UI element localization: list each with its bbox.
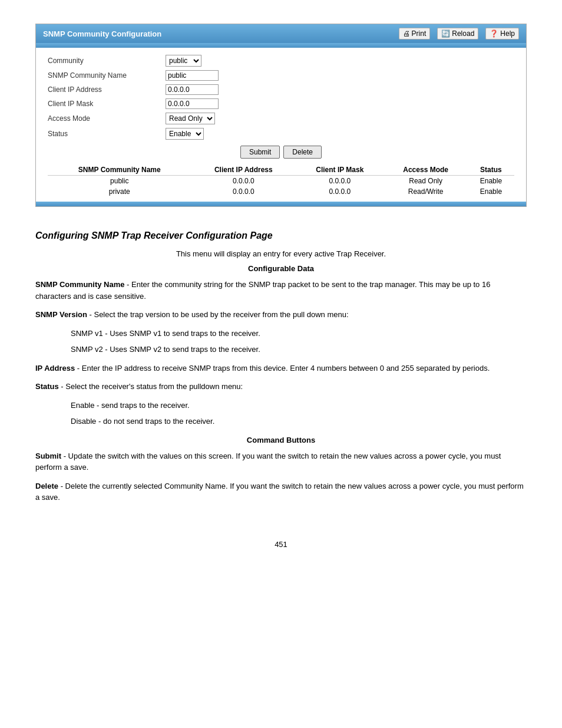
col-client-mask: Client IP Mask xyxy=(296,164,384,176)
status-rest: - Select the receiver's status from the … xyxy=(59,382,243,391)
panel-body: Community public private SNMP Community … xyxy=(36,43,526,206)
print-button[interactable]: 🖨 Print xyxy=(399,28,431,39)
submit-button[interactable]: Submit xyxy=(240,146,280,159)
command-section: Command Buttons Submit - Update the swit… xyxy=(35,436,527,503)
status-select[interactable]: Enable Disable xyxy=(166,128,204,140)
status-para: Status - Select the receiver's status fr… xyxy=(35,381,527,393)
snmp-name-para: SNMP Community Name - Enter the communit… xyxy=(35,279,527,302)
client-mask-input[interactable] xyxy=(166,98,219,109)
submit-bold: Submit xyxy=(35,452,61,460)
access-mode-select[interactable]: Read Only Read/Write xyxy=(166,113,215,124)
reload-button[interactable]: 🔄 Reload xyxy=(437,28,478,39)
client-mask-row: Client IP Mask xyxy=(48,98,514,109)
snmp-v1-text: SNMP v1 - Uses SNMP v1 to send traps to … xyxy=(71,328,527,340)
enable-text: Enable - send traps to the receiver. xyxy=(71,400,527,411)
intro-text: This menu will display an entry for ever… xyxy=(35,249,527,258)
client-ip-input[interactable] xyxy=(166,84,219,95)
table-cell: 0.0.0.0 xyxy=(191,176,296,187)
col-status: Status xyxy=(468,164,514,176)
snmp-config-panel: SNMP Community Configuration 🖨 Print 🔄 R… xyxy=(35,24,527,207)
section-heading: Configuring SNMP Trap Receiver Configura… xyxy=(35,230,527,241)
client-mask-label: Client IP Mask xyxy=(48,100,166,108)
snmp-name-input[interactable] xyxy=(166,70,219,81)
table-cell: Enable xyxy=(468,186,514,197)
delete-rest: - Delete the currently selected Communit… xyxy=(35,482,524,502)
configurable-data-heading: Configurable Data xyxy=(35,264,527,273)
page-number: 451 xyxy=(35,540,527,549)
community-label: Community xyxy=(48,57,166,65)
ip-address-rest: - Enter the IP address to receive SNMP t… xyxy=(75,364,490,373)
table-cell: private xyxy=(48,186,191,197)
snmp-name-bold: SNMP Community Name xyxy=(35,280,124,289)
table-cell: public xyxy=(48,176,191,187)
table-cell: 0.0.0.0 xyxy=(296,186,384,197)
col-access-mode: Access Mode xyxy=(384,164,468,176)
table-cell: 0.0.0.0 xyxy=(191,186,296,197)
disable-text: Disable - do not send traps to the recei… xyxy=(71,416,527,427)
printer-icon: 🖨 xyxy=(403,29,410,38)
client-ip-row: Client IP Address xyxy=(48,84,514,95)
snmp-version-para: SNMP Version - Select the trap version t… xyxy=(35,309,527,321)
snmp-name-row: SNMP Community Name xyxy=(48,70,514,81)
button-row: Submit Delete xyxy=(48,146,514,159)
help-button[interactable]: ❓ Help xyxy=(485,28,519,39)
panel-footer xyxy=(36,202,526,206)
status-label: Status xyxy=(48,130,166,138)
table-row: private0.0.0.00.0.0.0Read/WriteEnable xyxy=(48,186,514,197)
submit-para: Submit - Update the switch with the valu… xyxy=(35,450,527,473)
help-icon: ❓ xyxy=(490,29,498,38)
community-table: SNMP Community Name Client IP Address Cl… xyxy=(48,164,514,197)
ip-address-bold: IP Address xyxy=(35,364,75,373)
snmp-version-bold: SNMP Version xyxy=(35,310,87,319)
table-header-row: SNMP Community Name Client IP Address Cl… xyxy=(48,164,514,176)
delete-para: Delete - Delete the currently selected C… xyxy=(35,480,527,503)
table-cell: Enable xyxy=(468,176,514,187)
access-mode-label: Access Mode xyxy=(48,114,166,123)
table-row: public0.0.0.00.0.0.0Read OnlyEnable xyxy=(48,176,514,187)
panel-header: SNMP Community Configuration 🖨 Print 🔄 R… xyxy=(36,24,526,43)
table-cell: Read Only xyxy=(384,176,468,187)
reload-icon: 🔄 xyxy=(441,29,450,38)
table-cell: Read/Write xyxy=(384,186,468,197)
blue-bar xyxy=(36,43,526,48)
community-select[interactable]: public private xyxy=(166,55,201,67)
panel-actions: 🖨 Print 🔄 Reload ❓ Help xyxy=(399,28,519,39)
snmp-version-rest: - Select the trap version to be used by … xyxy=(87,310,349,319)
panel-title: SNMP Community Configuration xyxy=(43,29,161,38)
community-row: Community public private xyxy=(48,55,514,67)
col-snmp-name: SNMP Community Name xyxy=(48,164,191,176)
delete-button[interactable]: Delete xyxy=(283,146,322,159)
command-buttons-heading: Command Buttons xyxy=(35,436,527,444)
col-client-ip: Client IP Address xyxy=(191,164,296,176)
client-ip-label: Client IP Address xyxy=(48,85,166,94)
status-bold: Status xyxy=(35,382,59,391)
delete-bold: Delete xyxy=(35,482,58,490)
ip-address-para: IP Address - Enter the IP address to rec… xyxy=(35,363,527,374)
status-row: Status Enable Disable xyxy=(48,128,514,140)
access-mode-row: Access Mode Read Only Read/Write xyxy=(48,113,514,124)
table-cell: 0.0.0.0 xyxy=(296,176,384,187)
doc-content: Configuring SNMP Trap Receiver Configura… xyxy=(35,225,527,516)
snmp-v2-text: SNMP v2 - Uses SNMP v2 to send traps to … xyxy=(71,344,527,355)
snmp-name-label: SNMP Community Name xyxy=(48,71,166,80)
submit-rest: - Update the switch with the values on t… xyxy=(35,452,501,472)
